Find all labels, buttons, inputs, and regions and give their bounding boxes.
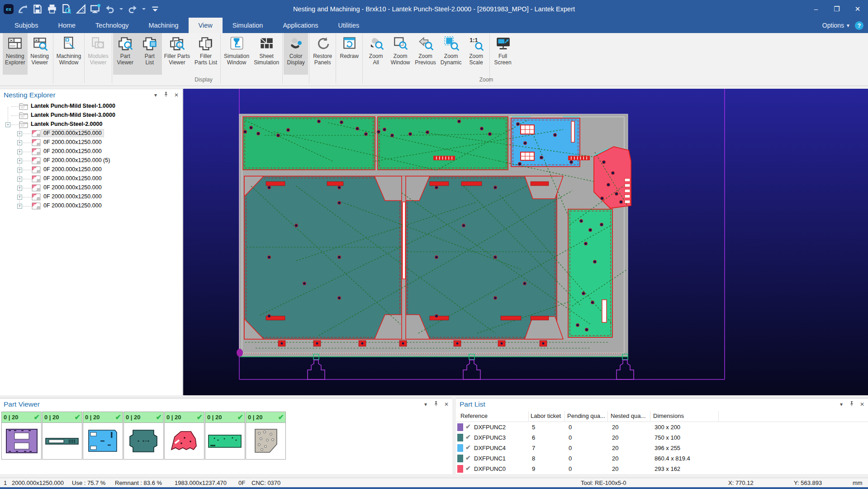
- tree-item-label[interactable]: Lantek Punch-Steel-2.0000: [29, 120, 104, 128]
- part-list-row-dxfpunc2[interactable]: ✔DXFPUNC25020300 x 200: [456, 422, 868, 432]
- nesting-viewer-button[interactable]: NestingViewer: [28, 33, 52, 75]
- nesting-explorer-button[interactable]: NestingExplorer: [3, 33, 28, 75]
- screen-capture-icon[interactable]: [90, 3, 101, 15]
- measure-icon[interactable]: [75, 3, 87, 15]
- zoom-scale-button[interactable]: 1:1ZoomScale: [464, 33, 489, 75]
- nesting-canvas[interactable]: [183, 89, 868, 395]
- tab-machining[interactable]: Machining: [138, 18, 188, 33]
- column-divider[interactable]: [528, 411, 529, 421]
- undo-caret-icon[interactable]: [119, 3, 124, 15]
- column-divider[interactable]: [564, 411, 565, 421]
- redo-icon[interactable]: [127, 3, 138, 15]
- zoom-all-button[interactable]: ZoomAll: [364, 33, 388, 75]
- tree-item-lantek-punch-steel-2-0000-2[interactable]: −Lantek Punch-Steel-2.0000: [0, 120, 182, 129]
- filler-parts-viewer-button[interactable]: Filler PartsViewer: [162, 33, 192, 75]
- part-viewer-button[interactable]: PartViewer: [113, 33, 138, 75]
- part-card-4[interactable]: 0 | 20✔: [164, 412, 204, 460]
- tab-technology[interactable]: Technology: [85, 18, 138, 33]
- redo-caret-icon[interactable]: [141, 3, 147, 15]
- column-divider[interactable]: [718, 411, 719, 421]
- tree-item-lantek-punch-mild-steel-3-0000-1[interactable]: Lantek Punch-Mild Steel-3.0000: [0, 111, 182, 120]
- vertical-splitter[interactable]: [452, 398, 456, 474]
- part-card-2[interactable]: 0 | 20✔: [83, 412, 123, 460]
- tree-item-label[interactable]: 0F 2000.000x1250.000: [42, 129, 104, 137]
- tab-simulation[interactable]: Simulation: [223, 18, 273, 33]
- help-icon[interactable]: ?: [855, 21, 863, 30]
- part-card-6[interactable]: 0 | 20✔: [246, 412, 286, 460]
- tree-item-0f-2000-000x1250-000-4[interactable]: +0F 2000.000x1250.000: [0, 138, 182, 147]
- part-list-row-dxfpunc0[interactable]: ✔DXFPUNC09020293 x 162: [456, 464, 868, 474]
- undo-icon[interactable]: [104, 3, 116, 15]
- minimize-button[interactable]: –: [806, 0, 826, 18]
- part-list-row-dxfpunc4[interactable]: ✔DXFPUNC47020396 x 255: [456, 443, 868, 453]
- part-list-row-dxfpunc1[interactable]: ✔DXFPUNC18020860.4 x 819.4: [456, 453, 868, 464]
- tree-item-label[interactable]: Lantek Punch-Mild Steel-3.0000: [29, 111, 117, 119]
- zoom-previous-button[interactable]: ZoomPrevious: [413, 33, 438, 75]
- print-preview-icon[interactable]: [61, 3, 72, 15]
- part-card-0[interactable]: 0 | 20✔: [1, 412, 42, 460]
- part-card-3[interactable]: 0 | 20✔: [123, 412, 164, 460]
- save-icon[interactable]: [32, 3, 43, 15]
- panel-pin-icon[interactable]: [433, 401, 439, 408]
- part-card-5[interactable]: 0 | 20✔: [205, 412, 245, 460]
- column-divider[interactable]: [650, 411, 650, 421]
- zoom-dynamic-button[interactable]: ZoomDynamic: [438, 33, 464, 75]
- tree-item-lantek-punch-mild-steel-1-0000-0[interactable]: Lantek Punch-Mild Steel-1.0000: [0, 102, 182, 111]
- part-card-1[interactable]: 0 | 20✔: [42, 412, 82, 460]
- zoom-window-button[interactable]: ZoomWindow: [388, 33, 413, 75]
- tree-item-label[interactable]: 0F 2000.000x1250.000 (5): [42, 157, 112, 164]
- panel-pin-icon[interactable]: [849, 401, 855, 408]
- full-screen-button[interactable]: FullScreen: [491, 33, 515, 75]
- column-header-dimensions[interactable]: Dimensions: [653, 412, 684, 419]
- import-icon[interactable]: [17, 3, 29, 15]
- color-display-button[interactable]: ColorDisplay: [284, 33, 308, 75]
- options-menu[interactable]: Options: [822, 22, 844, 29]
- tree-item-label[interactable]: 0F 2000.000x1250.000: [42, 184, 104, 191]
- tree-item-0f-2000-000x1250-000-3[interactable]: +0F 2000.000x1250.000: [0, 129, 182, 138]
- column-header-reference[interactable]: Reference: [460, 412, 488, 419]
- panel-menu-chevron-icon[interactable]: ▾: [152, 92, 159, 98]
- column-header-pending-qua[interactable]: Pending qua...: [567, 412, 605, 419]
- tree-item-label[interactable]: Lantek Punch-Mild Steel-1.0000: [29, 102, 117, 110]
- close-button[interactable]: ✕: [847, 0, 868, 18]
- tree-item-0f-2000-000x1250-000-11[interactable]: +0F 2000.000x1250.000: [0, 201, 182, 211]
- restore-button[interactable]: ❐: [826, 0, 847, 18]
- column-header-nested-qua[interactable]: Nested qua...: [611, 412, 645, 419]
- tree-item-label[interactable]: 0F 2000.000x1250.000: [42, 202, 104, 209]
- options-caret-icon[interactable]: ▼: [846, 23, 850, 28]
- tree-item-label[interactable]: 0F 2000.000x1250.000: [42, 166, 104, 173]
- tab-applications[interactable]: Applications: [273, 18, 328, 33]
- part-green-1[interactable]: [243, 117, 375, 170]
- redraw-button[interactable]: Redraw: [337, 33, 361, 75]
- tree-item-label[interactable]: 0F 2000.000x1250.000: [42, 175, 104, 182]
- part-teal-2[interactable]: [406, 176, 557, 339]
- tree-item-label[interactable]: 0F 2000.000x1250.000: [42, 193, 104, 200]
- tab-home[interactable]: Home: [48, 18, 85, 33]
- part-list-row-dxfpunc3[interactable]: ✔DXFPUNC36020750 x 100: [456, 432, 868, 443]
- panel-close-icon[interactable]: ✕: [859, 401, 865, 408]
- column-header-labor-ticket[interactable]: Labor ticket: [531, 412, 561, 419]
- tree-item-label[interactable]: 0F 2000.000x1250.000: [42, 148, 104, 155]
- simulation-window-button[interactable]: SimulationWindow: [222, 33, 251, 75]
- tree-item-0f-2000-000x1250-000-10[interactable]: +0F 2000.000x1250.000: [0, 192, 182, 201]
- tree-item-0f-2000-000x1250-000-5-6[interactable]: +0F 2000.000x1250.000 (5): [0, 156, 182, 165]
- panel-close-icon[interactable]: ✕: [443, 401, 450, 408]
- panel-menu-chevron-icon[interactable]: ▾: [838, 401, 844, 408]
- tree-item-label[interactable]: 0F 2000.000x1250.000: [42, 139, 104, 146]
- sheet-simulation-button[interactable]: SheetSimulation: [251, 33, 281, 75]
- tree-item-0f-2000-000x1250-000-9[interactable]: +0F 2000.000x1250.000: [0, 183, 182, 192]
- tab-subjobs[interactable]: Subjobs: [5, 18, 48, 33]
- panel-close-icon[interactable]: ✕: [173, 92, 180, 98]
- machining-window-button[interactable]: MachiningWindow: [54, 33, 84, 75]
- column-divider[interactable]: [607, 411, 608, 421]
- part-green-2[interactable]: [378, 117, 508, 170]
- lantek-logo-icon[interactable]: ex: [3, 3, 14, 15]
- tab-view[interactable]: View: [189, 18, 223, 33]
- tree-item-0f-2000-000x1250-000-7[interactable]: +0F 2000.000x1250.000: [0, 165, 182, 174]
- tree-item-0f-2000-000x1250-000-5[interactable]: +0F 2000.000x1250.000: [0, 147, 182, 156]
- filler-parts-list-button[interactable]: FillerParts List: [192, 33, 219, 75]
- print-icon[interactable]: [46, 3, 58, 15]
- restore-panels-button[interactable]: RestorePanels: [310, 33, 335, 75]
- tab-utilities[interactable]: Utilities: [328, 18, 370, 33]
- panel-menu-chevron-icon[interactable]: ▾: [422, 401, 429, 408]
